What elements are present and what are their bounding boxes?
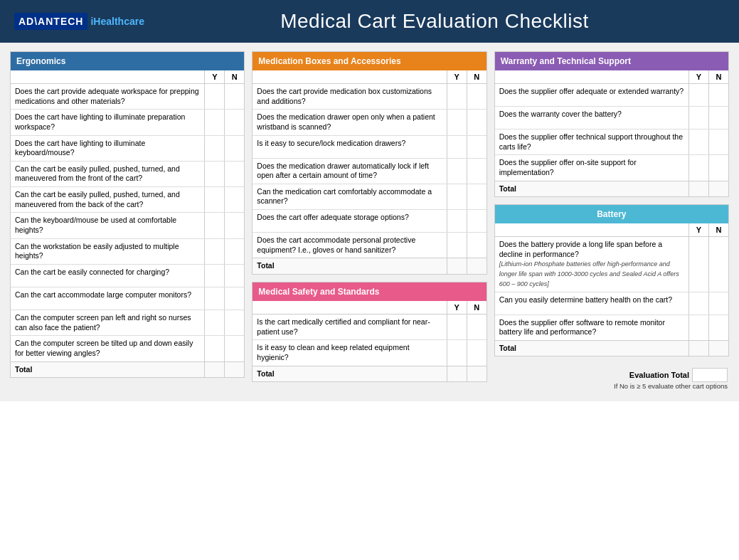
y-cell[interactable] <box>689 237 708 291</box>
n-cell[interactable] <box>467 159 487 184</box>
y-cell[interactable] <box>204 136 224 161</box>
n-cell[interactable] <box>467 136 487 158</box>
question-cell: Can the computer screen be tilted up and… <box>11 336 204 361</box>
y-cell[interactable] <box>204 110 224 134</box>
battery-yn-header: Y N <box>495 223 728 237</box>
n-cell[interactable] <box>708 292 728 315</box>
column-2: Medication Boxes and Accessories Y N Doe… <box>252 51 487 393</box>
medical-safety-header: Medical Safety and Standards <box>252 282 486 301</box>
table-row: Can the medication cart comfortably acco… <box>252 184 486 210</box>
eval-total-box[interactable] <box>692 368 728 382</box>
n-cell[interactable] <box>224 265 244 287</box>
n-cell[interactable] <box>224 287 244 310</box>
table-row: Does the supplier offer adequate or exte… <box>495 84 728 107</box>
question-cell: Can the workstation be easily adjusted t… <box>11 239 204 264</box>
question-cell: Does the medication drawer automatically… <box>252 159 446 184</box>
y-cell[interactable] <box>204 287 224 310</box>
n-cell[interactable] <box>708 130 728 154</box>
n-cell[interactable] <box>467 110 487 134</box>
n-cell[interactable] <box>224 310 244 335</box>
n-cell[interactable] <box>467 84 487 109</box>
question-cell: Does the cart accommodate personal prote… <box>252 233 446 258</box>
warranty-y-header: Y <box>689 70 708 83</box>
warranty-total-row: Total <box>495 181 728 197</box>
n-cell[interactable] <box>467 315 487 339</box>
question-cell: Can the cart be easily pulled, pushed, t… <box>11 162 204 186</box>
n-cell[interactable] <box>224 239 244 264</box>
n-cell[interactable] <box>467 340 487 365</box>
n-cell[interactable] <box>224 110 244 134</box>
table-row: Is it easy to clean and keep related equ… <box>252 340 486 365</box>
n-cell[interactable] <box>224 213 244 238</box>
main-content: Ergonomics Y N Does the cart provide ade… <box>0 43 739 401</box>
n-cell[interactable] <box>708 84 728 106</box>
table-row: Can the computer screen pan left and rig… <box>11 310 244 336</box>
n-cell[interactable] <box>708 107 728 129</box>
logo-ihealthcare: iHealthcare <box>90 16 144 27</box>
y-cell[interactable] <box>447 84 467 109</box>
question-cell: Can the medication cart comfortably acco… <box>252 184 446 209</box>
n-cell[interactable] <box>224 136 244 161</box>
y-cell[interactable] <box>689 84 708 106</box>
medical-safety-section: Medical Safety and Standards Y N Is the … <box>252 282 487 382</box>
y-cell[interactable] <box>204 239 224 264</box>
question-cell: Does the cart provide medication box cus… <box>252 84 446 109</box>
n-cell[interactable] <box>224 187 244 212</box>
sub-text: [Lithium-ion Phosphate batteries offer h… <box>499 260 679 287</box>
y-cell[interactable] <box>447 340 467 365</box>
table-row: Is the cart medically certified and comp… <box>252 315 486 340</box>
question-cell: Can the cart be easily pulled, pushed, t… <box>11 187 204 212</box>
table-row: Does the medication drawer open only whe… <box>252 110 486 135</box>
n-cell[interactable] <box>224 162 244 186</box>
medication-header: Medication Boxes and Accessories <box>252 52 486 70</box>
y-cell[interactable] <box>447 184 467 209</box>
y-cell[interactable] <box>204 84 224 109</box>
y-cell[interactable] <box>204 265 224 287</box>
n-cell[interactable] <box>224 336 244 361</box>
table-row: Can the cart be easily connected for cha… <box>11 265 244 287</box>
table-row: Can you easily determine battery health … <box>495 292 728 315</box>
y-cell[interactable] <box>447 210 467 232</box>
table-row: Does the medication drawer automatically… <box>252 159 486 184</box>
y-cell[interactable] <box>204 310 224 335</box>
table-row: Can the cart accommodate large computer … <box>11 287 244 310</box>
y-cell[interactable] <box>689 130 708 154</box>
question-cell: Does the cart have lighting to illuminat… <box>11 110 204 134</box>
page-header: AD\ANTECH iHealthcare Medical Cart Evalu… <box>0 0 739 43</box>
y-cell[interactable] <box>447 159 467 184</box>
y-cell[interactable] <box>447 315 467 339</box>
y-cell[interactable] <box>689 292 708 315</box>
y-cell[interactable] <box>204 162 224 186</box>
y-cell[interactable] <box>204 213 224 238</box>
n-cell[interactable] <box>467 210 487 232</box>
ergonomics-section: Ergonomics Y N Does the cart provide ade… <box>10 51 245 378</box>
question-cell: Does the supplier offer software to remo… <box>495 315 689 340</box>
n-cell[interactable] <box>708 315 728 340</box>
n-cell[interactable] <box>467 184 487 209</box>
battery-y-header: Y <box>689 223 708 236</box>
question-cell: Is the cart medically certified and comp… <box>252 315 446 339</box>
n-cell[interactable] <box>224 84 244 109</box>
y-cell[interactable] <box>689 315 708 340</box>
y-cell[interactable] <box>447 233 467 258</box>
medical-safety-rows: Is the cart medically certified and comp… <box>252 315 486 366</box>
y-cell[interactable] <box>204 336 224 361</box>
question-cell: Does the battery provide a long life spa… <box>495 237 689 291</box>
y-cell[interactable] <box>447 136 467 158</box>
n-cell[interactable] <box>708 155 728 180</box>
y-header: Y <box>204 70 224 83</box>
medication-rows: Does the cart provide medication box cus… <box>252 84 486 258</box>
y-cell[interactable] <box>689 107 708 129</box>
battery-rows: Does the battery provide a long life spa… <box>495 237 728 340</box>
question-cell: Can the computer screen pan left and rig… <box>11 310 204 335</box>
medical-safety-total-row: Total <box>252 366 486 382</box>
n-cell[interactable] <box>467 233 487 258</box>
n-cell[interactable] <box>708 237 728 291</box>
question-cell: Can the cart be easily connected for cha… <box>11 265 204 287</box>
y-cell[interactable] <box>447 110 467 134</box>
y-cell[interactable] <box>204 187 224 212</box>
warranty-rows: Does the supplier offer adequate or exte… <box>495 84 728 181</box>
question-cell: Can the keyboard/mouse be used at comfor… <box>11 213 204 238</box>
y-cell[interactable] <box>689 155 708 180</box>
table-row: Does the cart provide adequate workspace… <box>11 84 244 110</box>
